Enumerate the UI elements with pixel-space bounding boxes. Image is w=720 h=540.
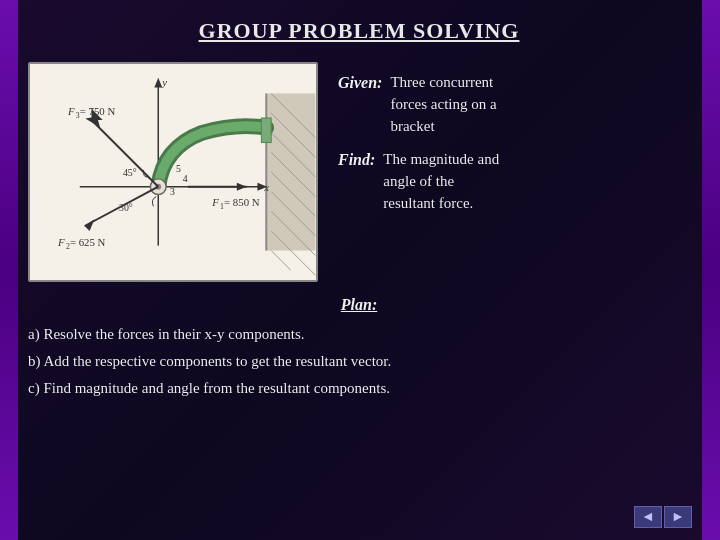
given-line3: bracket	[390, 118, 434, 134]
step-b: b) Add the respective components to get …	[28, 351, 690, 372]
step-a: a) Resolve the forces in their x-y compo…	[28, 324, 690, 345]
content-area: GROUP PROBLEM SOLVING	[0, 0, 720, 540]
plan-label: Plan:	[341, 296, 377, 313]
main-body: y x 3	[28, 62, 690, 282]
find-row: Find: The magnitude and angle of the res…	[338, 149, 690, 214]
svg-text:= 850 N: = 850 N	[224, 196, 260, 208]
find-label: Find:	[338, 149, 375, 171]
given-row: Given: Three concurrent forces acting on…	[338, 72, 690, 137]
svg-text:5: 5	[176, 163, 181, 174]
svg-text:3: 3	[170, 186, 175, 197]
svg-text:45°: 45°	[123, 167, 137, 178]
find-line1: The magnitude and	[383, 151, 499, 167]
svg-text:F: F	[57, 236, 65, 248]
svg-text:= 625 N: = 625 N	[70, 236, 106, 248]
svg-text:F: F	[67, 105, 75, 117]
slide-title: GROUP PROBLEM SOLVING	[28, 18, 690, 44]
given-line1: Three concurrent	[390, 74, 493, 90]
svg-rect-18	[261, 118, 271, 143]
plan-section: Plan:	[28, 296, 690, 314]
svg-text:30°: 30°	[119, 202, 133, 213]
given-find-section: Given: Three concurrent forces acting on…	[338, 62, 690, 282]
steps-section: a) Resolve the forces in their x-y compo…	[28, 324, 690, 399]
step-c: c) Find magnitude and angle from the res…	[28, 378, 690, 399]
slide: GROUP PROBLEM SOLVING	[0, 0, 720, 540]
svg-text:y: y	[161, 76, 167, 88]
svg-text:x: x	[263, 181, 269, 193]
given-label: Given:	[338, 72, 382, 94]
find-line2: angle of the	[383, 173, 454, 189]
diagram-area: y x 3	[28, 62, 318, 282]
given-text: Three concurrent forces acting on a brac…	[390, 72, 496, 137]
find-text: The magnitude and angle of the resultant…	[383, 149, 499, 214]
diagram-svg: y x 3	[30, 64, 316, 280]
find-line3: resultant force.	[383, 195, 473, 211]
svg-text:F: F	[211, 196, 219, 208]
svg-text:4: 4	[183, 173, 188, 184]
svg-text:= 750 N: = 750 N	[80, 105, 116, 117]
given-line2: forces acting on a	[390, 96, 496, 112]
